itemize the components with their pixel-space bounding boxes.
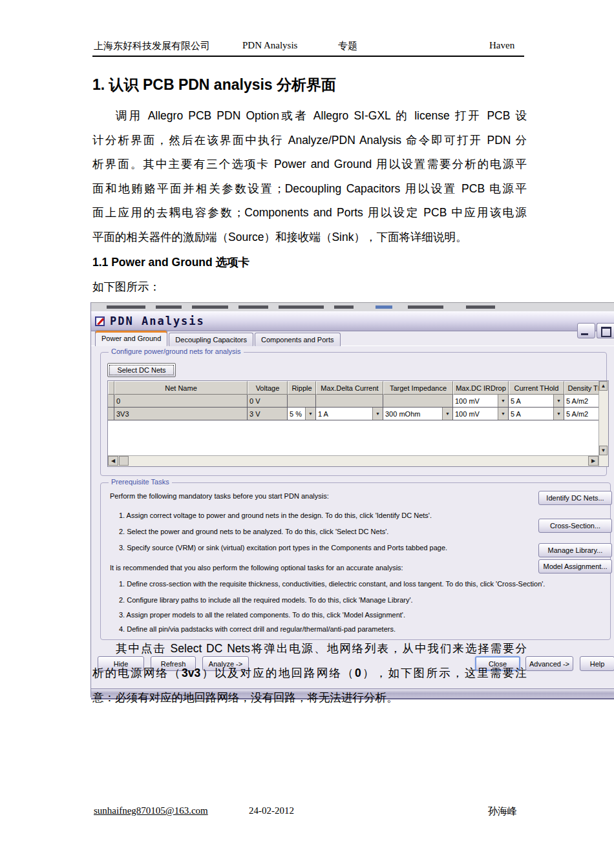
grid-cell[interactable]: 100 mV▼ xyxy=(453,408,509,420)
column-header: Voltage xyxy=(248,381,288,395)
grid-cell[interactable]: 3 V xyxy=(248,408,288,420)
row-selector[interactable] xyxy=(108,408,114,420)
cropped-window-fragment xyxy=(91,302,614,312)
select-dc-nets-button[interactable]: Select DC Nets xyxy=(107,363,176,377)
maximize-button[interactable] xyxy=(597,323,614,338)
grid-cell[interactable] xyxy=(288,395,316,408)
grid-cell[interactable]: 5 %▼ xyxy=(288,408,316,420)
grid-cell[interactable]: 5 A▼ xyxy=(509,395,564,408)
identify-dc-nets-button[interactable]: Identify DC Nets... xyxy=(538,491,612,505)
scroll-right-button[interactable]: ▶ xyxy=(588,456,598,466)
minimize-button[interactable] xyxy=(577,323,595,338)
cell-value: 5 A/m2 xyxy=(566,410,588,418)
grid-cell[interactable]: 100 mV▼ xyxy=(453,395,509,408)
mandatory-task: 3. Specify source (VRM) or sink (virtual… xyxy=(119,544,447,552)
column-header: Max.DC IRDrop xyxy=(453,381,509,395)
grid-cell[interactable]: 300 mOhm▼ xyxy=(383,408,453,420)
column-header: Net Name xyxy=(114,381,248,395)
tab-bar: Power and GroundDecoupling CapacitorsCom… xyxy=(95,332,342,346)
header-doc-title: PDN Analysis xyxy=(242,40,297,51)
dropdown-arrow-icon[interactable]: ▼ xyxy=(305,408,315,420)
cell-value: 1 A xyxy=(318,410,328,418)
scroll-down-button[interactable]: ▼ xyxy=(599,446,608,455)
overlay-text-segment: 析的电源网络（ xyxy=(92,666,182,679)
window-title: PDN Analysis xyxy=(110,315,205,327)
body-line: 调用 Allegro PCB PDN Option或者 Allegro SI-G… xyxy=(92,108,527,123)
column-header: Target Impedance xyxy=(383,381,453,395)
tab-decoupling-capacitors[interactable]: Decoupling Capacitors xyxy=(169,333,253,346)
dropdown-arrow-icon[interactable]: ▼ xyxy=(553,408,564,420)
overlay-text-segment: ），如下图所示，这里需要注 xyxy=(361,666,527,679)
figure-caption: 如下图所示： xyxy=(92,279,160,294)
subsection-heading: 1.1 Power and Ground 选项卡 xyxy=(92,254,249,270)
body-line: 面上应用的去耦电容参数；Components and Ports 用以设定 PC… xyxy=(92,205,527,220)
dropdown-arrow-icon[interactable]: ▼ xyxy=(498,395,508,407)
prerequisite-tasks-groupbox: Prerequisite Tasks Perform the following… xyxy=(100,482,611,640)
groupbox-label: Configure power/ground nets for analysis xyxy=(109,347,244,355)
section-heading: 1. 认识 PCB PDN analysis 分析界面 xyxy=(92,75,545,95)
footer-email-link[interactable]: sunhaifneg870105@163.com xyxy=(94,805,208,816)
overlay-text-segment: ）以及对应的地回路网络（ xyxy=(200,666,355,679)
tab-components-and-ports[interactable]: Components and Ports xyxy=(255,333,341,346)
grid-cell[interactable] xyxy=(383,395,453,408)
model-assignment-button[interactable]: Model Assignment... xyxy=(538,559,612,574)
scroll-up-button[interactable]: ▲ xyxy=(599,381,608,391)
fragment-mark xyxy=(238,305,268,309)
overlay-text-segment: 0 xyxy=(355,666,361,679)
overlay-text-line: 其中点击 Select DC Nets将弹出电源、地网络列表，从中我们来选择需要… xyxy=(116,641,527,656)
fragment-mark xyxy=(192,305,228,309)
cell-value: 3V3 xyxy=(116,410,129,418)
grid-cell[interactable] xyxy=(316,395,383,408)
configure-nets-groupbox: Configure power/ground nets for analysis… xyxy=(100,352,607,476)
scroll-left-button[interactable]: ◀ xyxy=(108,456,118,466)
row-selector-header xyxy=(108,381,114,395)
footer-author: 孙海峰 xyxy=(488,805,517,818)
dropdown-arrow-icon[interactable]: ▼ xyxy=(372,408,383,420)
dropdown-arrow-icon[interactable]: ▼ xyxy=(498,408,508,420)
column-header: Ripple xyxy=(288,381,316,395)
help-button[interactable]: Help xyxy=(580,656,614,671)
grid-header-row: Net NameVoltageRippleMax.Delta CurrentTa… xyxy=(108,381,608,395)
mandatory-task: 1. Assign correct voltage to power and g… xyxy=(119,512,432,519)
tab-power-and-ground[interactable]: Power and Ground xyxy=(95,330,167,346)
overlay-text-segment: 3v3 xyxy=(182,666,200,679)
cell-value: 5 A xyxy=(511,410,521,418)
app-icon xyxy=(95,316,106,327)
optional-task: 4. Define all pin/via padstacks with cor… xyxy=(119,625,396,633)
grid-cell[interactable]: 0 V xyxy=(248,395,288,408)
scrollbar-thumb[interactable] xyxy=(119,456,129,466)
header-topic: 专题 xyxy=(338,40,357,52)
grid-cell[interactable]: 0 xyxy=(114,395,248,408)
pdn-analysis-window: PDN Analysis Power and GroundDecoupling … xyxy=(90,302,614,698)
row-selector[interactable] xyxy=(108,395,114,408)
vertical-scrollbar[interactable]: ▲ ▼ xyxy=(598,381,608,466)
grid-row: 00 V100 mV▼5 A▼5 A/m2▼ xyxy=(108,395,608,408)
cross-section-button[interactable]: Cross-Section... xyxy=(538,519,612,533)
fragment-mark xyxy=(466,305,495,309)
maximize-icon xyxy=(601,327,611,337)
column-header: Max.Delta Current xyxy=(316,381,383,395)
fragment-mark xyxy=(334,305,354,309)
cell-value: 0 xyxy=(116,397,120,405)
optional-task: 1. Define cross-section with the requisi… xyxy=(119,580,545,588)
cell-value: 100 mV xyxy=(455,397,480,405)
cell-value: 300 mOhm xyxy=(385,410,420,418)
document-page: 上海东好科技发展有限公司 PDN Analysis 专题 Haven 1. 认识… xyxy=(0,0,614,868)
grid-cell[interactable]: 5 A▼ xyxy=(509,408,564,420)
fragment-mark xyxy=(107,305,145,309)
fragment-mark xyxy=(376,305,392,309)
grid-cell[interactable]: 1 A▼ xyxy=(316,408,383,420)
fragment-mark xyxy=(156,305,182,309)
mandatory-intro: Perform the following mandatory tasks be… xyxy=(110,492,329,500)
window-titlebar: PDN Analysis xyxy=(91,311,614,331)
horizontal-scrollbar[interactable]: ◀ ▶ xyxy=(108,455,598,466)
dropdown-arrow-icon[interactable]: ▼ xyxy=(442,408,452,420)
optional-intro: It is recommended that you also perform … xyxy=(110,564,403,572)
groupbox-label: Prerequisite Tasks xyxy=(109,478,172,486)
mandatory-task: 2. Select the power and ground nets to b… xyxy=(119,528,388,535)
dialog-client-area: Configure power/ground nets for analysis… xyxy=(91,346,614,689)
advanced--button[interactable]: Advanced -> xyxy=(525,656,573,671)
dropdown-arrow-icon[interactable]: ▼ xyxy=(553,395,564,407)
grid-cell[interactable]: 3V3 xyxy=(114,408,248,420)
manage-library-button[interactable]: Manage Library... xyxy=(538,543,612,557)
